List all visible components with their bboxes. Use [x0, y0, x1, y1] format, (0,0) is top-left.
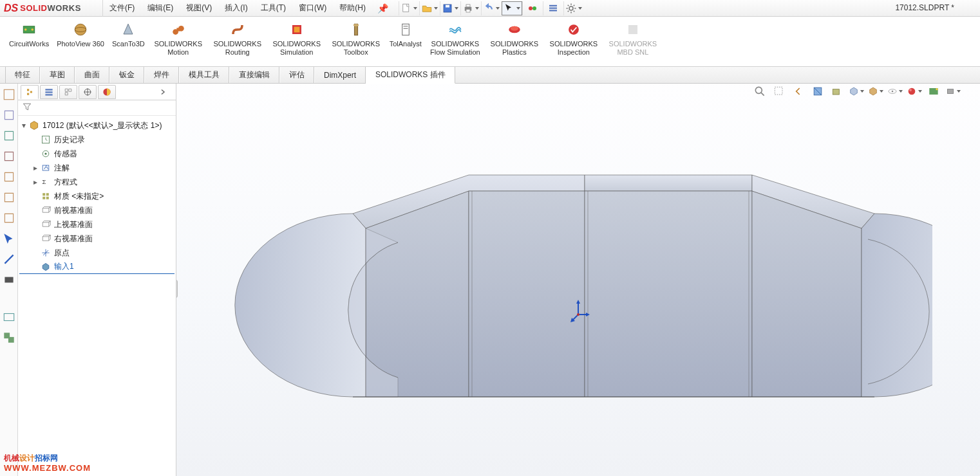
prev-view-button[interactable]: [791, 84, 806, 99]
tree-node-1[interactable]: 传感器: [19, 147, 174, 161]
view-settings-button[interactable]: [945, 84, 961, 99]
tree-root-label: 17012 (默认<<默认>_显示状态 1>): [42, 120, 162, 131]
new-doc-button[interactable]: [399, 1, 419, 15]
material-icon: [40, 190, 52, 202]
tab-weldment[interactable]: 焊件: [144, 67, 179, 83]
menu-edit[interactable]: 编辑(E): [141, 0, 180, 16]
tab-addins[interactable]: SOLIDWORKS 插件: [366, 67, 455, 84]
tree-node-9[interactable]: 输入1: [19, 260, 174, 274]
ft-tab-expand[interactable]: [154, 85, 172, 99]
open-doc-button[interactable]: [419, 1, 440, 15]
hide-show-button[interactable]: [887, 84, 903, 99]
dynamic-annotation-button[interactable]: [829, 84, 845, 99]
svg-rect-51: [45, 94, 52, 95]
rib-tolanalyst[interactable]: TolAnalyst: [386, 19, 426, 50]
side-btn-9[interactable]: [2, 252, 16, 266]
save-button[interactable]: [440, 1, 460, 15]
tree-root[interactable]: ▾ 17012 (默认<<默认>_显示状态 1>): [19, 118, 174, 133]
rib-photoview360[interactable]: PhotoView 360: [53, 19, 108, 50]
side-btn-4[interactable]: [2, 149, 16, 163]
tab-sheetmetal[interactable]: 钣金: [109, 67, 144, 83]
svg-point-39: [909, 88, 916, 95]
side-btn-7[interactable]: [2, 211, 16, 225]
filter-icon[interactable]: [22, 102, 32, 114]
tree-node-6[interactable]: 上视基准面: [19, 217, 174, 232]
settings-button[interactable]: [563, 1, 584, 15]
plane-icon: [40, 205, 52, 216]
panel-splitter[interactable]: [176, 280, 178, 298]
rib-plastics[interactable]: SOLIDWORKS Plastics: [485, 19, 544, 58]
tree-node-7[interactable]: 右视基准面: [19, 232, 174, 246]
tree-spacer: [31, 234, 40, 243]
zoom-area-button[interactable]: [771, 84, 787, 99]
side-btn-3[interactable]: [2, 129, 16, 143]
pin-icon[interactable]: 📌: [372, 3, 393, 14]
tab-evaluate[interactable]: 评估: [279, 67, 314, 83]
tab-directedit[interactable]: 直接编辑: [229, 67, 279, 83]
menu-window[interactable]: 窗口(W): [292, 0, 333, 16]
logo-works: WORKS: [47, 3, 80, 13]
side-btn-11[interactable]: [2, 310, 16, 324]
svg-rect-8: [549, 5, 557, 6]
ft-tab-config[interactable]: [59, 85, 77, 99]
section-view-button[interactable]: [810, 84, 825, 99]
zoom-fit-button[interactable]: [752, 84, 768, 99]
side-btn-2[interactable]: [2, 108, 16, 122]
scene-button[interactable]: [926, 84, 941, 99]
sensor-icon: [40, 148, 52, 160]
menu-view[interactable]: 视图(V): [180, 0, 218, 16]
3d-viewport[interactable]: [176, 84, 980, 476]
tree-node-0[interactable]: 历史记录: [19, 133, 174, 147]
ft-tab-property[interactable]: [40, 85, 58, 99]
collapse-icon[interactable]: ▾: [19, 121, 28, 130]
options-list-button[interactable]: [543, 1, 563, 15]
rib-routing[interactable]: SOLIDWORKS Routing: [208, 19, 267, 58]
rib-flowsim[interactable]: SOLIDWORKS Flow Simulation: [426, 19, 485, 58]
ft-tab-tree[interactable]: [21, 85, 39, 99]
expand-icon[interactable]: ▸: [31, 163, 40, 172]
tree-node-label: 前视基准面: [54, 205, 93, 216]
tree-node-5[interactable]: 前视基准面: [19, 203, 174, 217]
tree-node-4[interactable]: 材质 <未指定>: [19, 189, 174, 203]
side-btn-5[interactable]: [2, 170, 16, 184]
expand-icon[interactable]: ▸: [31, 178, 40, 187]
tab-surface[interactable]: 曲面: [75, 67, 109, 83]
side-btn-6[interactable]: [2, 190, 16, 205]
model-render: [224, 140, 932, 435]
side-btn-1[interactable]: [2, 87, 16, 102]
rib-motion[interactable]: SOLIDWORKS Motion: [149, 19, 208, 58]
select-button[interactable]: [502, 1, 522, 15]
menu-help[interactable]: 帮助(H): [333, 0, 372, 16]
rib-inspection[interactable]: SOLIDWORKS Inspection: [544, 19, 603, 58]
side-btn-10[interactable]: [2, 273, 16, 287]
menu-insert[interactable]: 插入(I): [218, 0, 254, 16]
tree-node-3[interactable]: ▸Σ方程式: [19, 175, 174, 189]
appearance-button[interactable]: [907, 84, 922, 99]
svg-rect-5: [466, 9, 470, 12]
side-btn-8[interactable]: [2, 232, 16, 246]
svg-rect-4: [466, 5, 470, 7]
side-btn-12[interactable]: [2, 331, 16, 345]
rib-scanto3d[interactable]: ScanTo3D: [108, 19, 149, 50]
rib-simulation[interactable]: SOLIDWORKS Simulation: [267, 19, 326, 58]
tab-sketch[interactable]: 草图: [40, 67, 75, 83]
tree-node-2[interactable]: ▸A注解: [19, 161, 174, 175]
svg-rect-45: [5, 277, 13, 283]
undo-button[interactable]: [481, 1, 502, 15]
menu-file[interactable]: 文件(F): [103, 0, 141, 16]
tree-node-8[interactable]: 原点: [19, 246, 174, 260]
rib-toolbox[interactable]: SOLIDWORKS Toolbox: [326, 19, 386, 58]
rebuild-button[interactable]: [522, 1, 543, 15]
view-orientation-button[interactable]: [849, 84, 864, 99]
rib-circuitworks[interactable]: CircuitWorks: [5, 19, 53, 50]
tab-features[interactable]: 特征: [5, 67, 40, 83]
display-style-button[interactable]: [868, 84, 883, 99]
menu-tools[interactable]: 工具(T): [254, 0, 292, 16]
ft-tab-display[interactable]: [98, 85, 116, 99]
ft-tab-dimxpert[interactable]: [79, 85, 97, 99]
tab-moldtools[interactable]: 模具工具: [179, 67, 229, 83]
print-button[interactable]: [460, 1, 481, 15]
tab-dimxpert[interactable]: DimXpert: [314, 67, 366, 83]
svg-rect-43: [947, 89, 953, 94]
tree-node-label: 输入1: [54, 261, 74, 272]
